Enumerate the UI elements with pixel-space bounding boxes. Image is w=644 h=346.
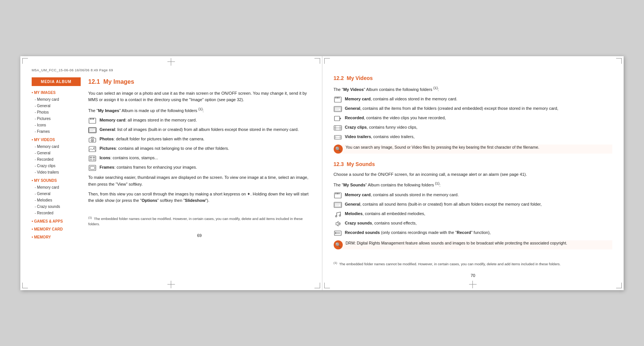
- svg-rect-29: [334, 116, 340, 121]
- sidebar-item-photos: Photos: [32, 109, 81, 115]
- svg-marker-30: [340, 117, 341, 120]
- note-box-sounds: 🔍 DRM: Digital Rights Management feature…: [334, 240, 613, 249]
- footnote-right: (1) The embedded folder names cannot be …: [334, 261, 613, 267]
- right-page: 12.2 My Videos The "My Videos" Album con…: [322, 56, 624, 290]
- recorded-sounds-icon: [334, 230, 342, 237]
- vid-general-icon: [334, 106, 342, 112]
- general-icon: [88, 127, 97, 134]
- sound-folder-crazy-sounds: Crazy sounds, contains sound effects,: [334, 220, 613, 227]
- folder-list-sounds: Memory card, contains all sounds stored …: [334, 192, 613, 237]
- svg-rect-22: [336, 97, 336, 98]
- sound-folder-recorded: Recorded sounds (only contains recording…: [334, 229, 613, 237]
- folder-list-images: Memory card: all images stored in the me…: [88, 117, 311, 171]
- svg-rect-38: [337, 193, 338, 194]
- folder-text-memory-card: Memory card: all images stored in the me…: [100, 117, 311, 123]
- note-text-sounds: DRM: Digital Rights Management feature a…: [346, 240, 613, 246]
- sidebar-item-general-vid: General: [32, 150, 81, 156]
- svg-rect-23: [337, 97, 338, 98]
- vid-folder-text-trailers: Video trailers, contains video trailers,: [345, 134, 613, 140]
- svg-rect-39: [339, 193, 339, 194]
- camera-icon: [88, 136, 97, 143]
- sidebar-item-melodies: Melodies: [32, 197, 81, 203]
- video-folder-general: General, contains all the items from all…: [334, 105, 613, 112]
- vid-folder-text-recorded: Recorded, contains the video clips you h…: [345, 115, 613, 121]
- snd-folder-text-memory-card: Memory card, contains all sounds stored …: [345, 192, 613, 198]
- svg-rect-26: [335, 107, 341, 111]
- folder-item-memory-card: Memory card: all images stored in the me…: [88, 117, 311, 124]
- sound-folder-melodies: Melodies, contains all embedded melodies…: [334, 211, 613, 218]
- section-12-3-title: 12.3 My Sounds: [334, 160, 613, 168]
- sidebar-item-crazy-clips: Crazy clips: [32, 163, 81, 169]
- snd-folder-text-crazy-sounds: Crazy sounds, contains sound effects,: [345, 220, 613, 226]
- sidebar-section-my-videos: MY VIDEOS: [32, 137, 81, 143]
- note-icon-videos: 🔍: [334, 145, 343, 154]
- sidebar-section-memory-card: MEMORY CARD: [32, 226, 81, 232]
- page-header-left: M5A_UM_FCC_15-06-06 16/06/06 8:49 Page 6…: [32, 68, 311, 73]
- sidebar-item-memory-card-vid: Memory card: [32, 143, 81, 150]
- sidebar-section-memory: MEMORY: [32, 234, 81, 240]
- svg-point-49: [335, 232, 336, 232]
- folder-item-icons: Icons: contains icons, stamps...: [88, 155, 311, 162]
- section-12-2-title: 12.2 My Videos: [334, 74, 613, 82]
- sidebar-item-crazy-sounds: Crazy sounds: [32, 203, 81, 210]
- sidebar-item-recorded-vid: Recorded: [32, 156, 81, 163]
- crazy-sounds-icon: [334, 220, 342, 227]
- video-folder-crazy-clips: Crazy clips, contains funny video clips,: [334, 124, 613, 131]
- sidebar-item-general-snd: General: [32, 191, 81, 197]
- note-text-videos: You can search any Image, Sound or Video…: [346, 145, 613, 151]
- video-folder-trailers: Video trailers, contains video trailers,: [334, 134, 613, 141]
- folder-text-general: General: list of all images (built-in or…: [100, 126, 311, 133]
- svg-rect-3: [93, 118, 94, 120]
- video-trailers-icon: [334, 134, 342, 141]
- videos-intro: The "My Videos" Album contains the follo…: [334, 85, 613, 93]
- sidebar-item-recorded-snd: Recorded: [32, 210, 81, 216]
- svg-rect-1: [90, 118, 91, 120]
- sidebar-title: MEDIA ALBUM: [32, 77, 81, 86]
- vid-folder-text-memory-card: Memory card, contains all videos stored …: [345, 96, 613, 102]
- note-icon-sounds: 🔍: [334, 240, 343, 249]
- svg-rect-24: [339, 97, 339, 98]
- melodies-icon: [334, 211, 342, 218]
- folder-text-frames: Frames: contains frames for enhancing yo…: [100, 164, 311, 171]
- svg-rect-15: [90, 157, 92, 158]
- svg-rect-41: [335, 203, 341, 207]
- memory-card-icon: [88, 117, 97, 124]
- folder-text-photos: Photos: default folder for pictures take…: [100, 136, 311, 142]
- section-12-1-title: 12.1 My Images: [88, 77, 311, 86]
- left-page: M5A_UM_FCC_15-06-06 16/06/06 8:49 Page 6…: [20, 56, 322, 290]
- vid-recorded-icon: [334, 115, 342, 122]
- para-4: Then, from this view you can scroll thro…: [88, 191, 311, 204]
- intro-para-2: The "My Images" Album is made up of the …: [88, 106, 311, 114]
- sidebar-section-my-images: MY IMAGES: [32, 90, 81, 95]
- vid-folder-text-crazy-clips: Crazy clips, contains funny video clips,: [345, 124, 613, 131]
- folder-text-icons: Icons: contains icons, stamps...: [100, 155, 311, 161]
- sounds-intro-2: The "My Sounds" Album contains the follo…: [334, 181, 613, 188]
- sidebar-section-my-sounds: MY SOUNDS: [32, 178, 81, 183]
- page-number-left: 69: [88, 232, 311, 239]
- vid-memory-card-icon: [334, 96, 342, 103]
- video-folder-recorded: Recorded, contains the video clips you h…: [334, 115, 613, 122]
- svg-point-13: [94, 147, 95, 149]
- sidebar-item-icons: Icons: [32, 122, 81, 128]
- sidebar-item-general-img: General: [32, 103, 81, 109]
- sidebar-item-memory-card-snd: Memory card: [32, 184, 81, 191]
- snd-folder-text-recorded: Recorded sounds (only contains recording…: [345, 229, 613, 236]
- svg-rect-6: [89, 128, 95, 132]
- sidebar-item-memory-card-img: Memory card: [32, 96, 81, 103]
- sidebar-section-games: GAMES & APPS: [32, 218, 81, 224]
- snd-folder-text-melodies: Melodies, contains all embedded melodies…: [345, 211, 613, 217]
- note-box-videos: 🔍 You can search any Image, Sound or Vid…: [334, 145, 613, 154]
- page-number-right: 70: [334, 272, 613, 279]
- folder-list-videos: Memory card, contains all videos stored …: [334, 96, 613, 141]
- icons-icon: [88, 155, 97, 162]
- sidebar-item-pictures: Pictures: [32, 115, 81, 122]
- svg-rect-17: [90, 159, 92, 160]
- snd-general-icon: [334, 201, 342, 208]
- folder-text-pictures: Pictures: contains all images not belong…: [100, 145, 311, 152]
- sidebar-item-video-trailers: Video trailers: [32, 169, 81, 175]
- sidebar-item-frames: Frames: [32, 128, 81, 135]
- svg-rect-16: [93, 157, 95, 158]
- sound-folder-general: General, contains all sound items (built…: [334, 201, 613, 208]
- snd-folder-text-general: General, contains all sound items (built…: [345, 201, 613, 208]
- main-content-left: 12.1 My Images You can select an image o…: [88, 77, 311, 241]
